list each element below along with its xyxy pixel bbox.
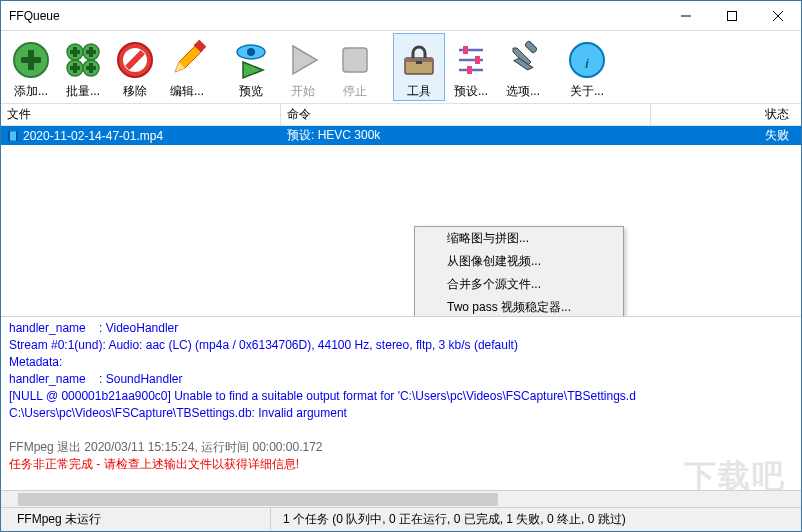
- row-status: 失败: [651, 127, 801, 144]
- stop-button[interactable]: 停止: [329, 33, 381, 101]
- about-icon: i: [565, 38, 609, 82]
- maximize-button[interactable]: [709, 1, 755, 31]
- svg-marker-27: [243, 62, 263, 78]
- about-button[interactable]: i 关于...: [561, 33, 613, 101]
- add-button[interactable]: 添加...: [5, 33, 57, 101]
- header-file[interactable]: 文件: [1, 104, 281, 125]
- log-line-error: 任务非正常完成 - 请检查上述输出文件以获得详细信息!: [9, 456, 793, 473]
- log-line: Metadata:: [9, 354, 793, 371]
- horizontal-scrollbar[interactable]: [1, 490, 801, 507]
- minimize-button[interactable]: [663, 1, 709, 31]
- remove-label: 移除: [123, 83, 147, 100]
- svg-rect-39: [525, 41, 538, 54]
- preview-label: 预览: [239, 83, 263, 100]
- svg-rect-12: [70, 50, 80, 54]
- svg-rect-32: [416, 61, 422, 64]
- preview-button[interactable]: 预览: [225, 33, 277, 101]
- start-button[interactable]: 开始: [277, 33, 329, 101]
- presets-button[interactable]: 预设...: [445, 33, 497, 101]
- menu-twopass[interactable]: Two pass 视频稳定器...: [415, 296, 623, 316]
- batch-label: 批量...: [66, 83, 100, 100]
- status-left: FFMpeg 未运行: [1, 508, 271, 531]
- header-status[interactable]: 状态: [651, 104, 801, 125]
- header-command[interactable]: 命令: [281, 104, 651, 125]
- add-icon: [9, 38, 53, 82]
- statusbar: FFMpeg 未运行 1 个任务 (0 队列中, 0 正在运行, 0 已完成, …: [1, 507, 801, 531]
- log-line: : SoundHandler: [99, 372, 182, 386]
- window-buttons: [663, 1, 801, 31]
- row-command: 预设: HEVC 300k: [281, 127, 651, 144]
- svg-rect-44: [16, 131, 18, 141]
- svg-rect-18: [86, 66, 96, 70]
- toolbar: 添加... 批量... 移除 编辑... 预览 开始 停止 工具 预设... 选…: [1, 31, 801, 104]
- stop-icon: [333, 38, 377, 82]
- window-title: FFQueue: [9, 9, 663, 23]
- svg-rect-6: [21, 57, 41, 63]
- about-label: 关于...: [570, 83, 604, 100]
- presets-icon: [449, 38, 493, 82]
- edit-label: 编辑...: [170, 83, 204, 100]
- menu-concat[interactable]: 合并多个源文件...: [415, 273, 623, 296]
- start-icon: [281, 38, 325, 82]
- log-line: handler_name: [9, 372, 86, 386]
- svg-rect-37: [475, 56, 480, 64]
- log-output[interactable]: handler_name : VideoHandler Stream #0:1(…: [1, 316, 801, 490]
- tools-icon: [397, 38, 441, 82]
- svg-point-26: [247, 48, 255, 56]
- svg-rect-36: [463, 46, 468, 54]
- edit-icon: [165, 38, 209, 82]
- menu-thumbs[interactable]: 缩略图与拼图...: [415, 227, 623, 250]
- options-button[interactable]: 选项...: [497, 33, 549, 101]
- svg-marker-28: [293, 46, 317, 74]
- batch-button[interactable]: 批量...: [57, 33, 109, 101]
- options-label: 选项...: [506, 83, 540, 100]
- remove-icon: [113, 38, 157, 82]
- start-label: 开始: [291, 83, 315, 100]
- list-header: 文件 命令 状态: [1, 104, 801, 126]
- add-label: 添加...: [14, 83, 48, 100]
- options-icon: [501, 38, 545, 82]
- svg-rect-29: [343, 48, 367, 72]
- scrollbar-thumb[interactable]: [18, 493, 498, 506]
- job-list[interactable]: 2020-11-02-14-47-01.mp4 预设: HEVC 300k 失败…: [1, 126, 801, 316]
- tools-label: 工具: [407, 83, 431, 100]
- titlebar: FFQueue: [1, 1, 801, 31]
- table-row[interactable]: 2020-11-02-14-47-01.mp4 预设: HEVC 300k 失败: [1, 126, 801, 145]
- log-line: Stream #0:1(und): Audio: aac (LC) (mp4a …: [9, 337, 793, 354]
- tools-menu: 缩略图与拼图... 从图像创建视频... 合并多个源文件... Two pass…: [414, 226, 624, 316]
- menu-from-images[interactable]: 从图像创建视频...: [415, 250, 623, 273]
- svg-rect-14: [86, 50, 96, 54]
- svg-rect-38: [467, 66, 472, 74]
- tools-button[interactable]: 工具: [393, 33, 445, 101]
- log-line: [NULL @ 000001b21aa900c0] Unable to find…: [9, 388, 793, 405]
- remove-button[interactable]: 移除: [109, 33, 161, 101]
- close-button[interactable]: [755, 1, 801, 31]
- preview-icon: [229, 38, 273, 82]
- file-icon: [7, 130, 19, 142]
- log-line: : VideoHandler: [99, 321, 178, 335]
- svg-rect-1: [728, 11, 737, 20]
- batch-icon: [61, 38, 105, 82]
- svg-rect-16: [70, 66, 80, 70]
- stop-label: 停止: [343, 83, 367, 100]
- svg-rect-43: [8, 131, 10, 141]
- edit-button[interactable]: 编辑...: [161, 33, 213, 101]
- log-line: C:\Users\pc\Videos\FSCapture\TBSettings.…: [9, 405, 793, 422]
- log-line: handler_name: [9, 321, 86, 335]
- status-right: 1 个任务 (0 队列中, 0 正在运行, 0 已完成, 1 失败, 0 终止,…: [271, 511, 801, 528]
- presets-label: 预设...: [454, 83, 488, 100]
- log-line: FFMpeg 退出 2020/03/11 15:15:24, 运行时间 00:0…: [9, 439, 793, 456]
- row-file: 2020-11-02-14-47-01.mp4: [23, 129, 163, 143]
